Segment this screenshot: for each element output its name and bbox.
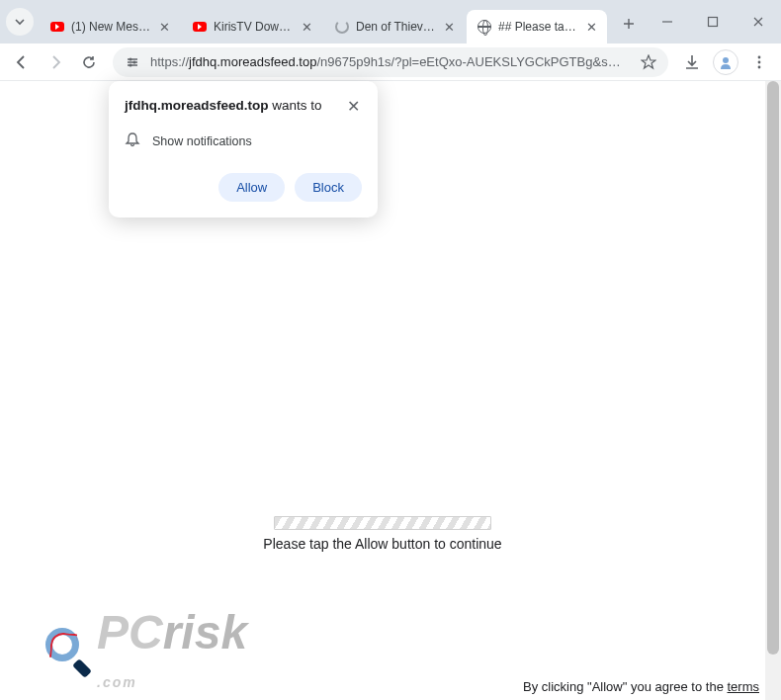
loading-text: Please tap the Allow button to continue — [0, 536, 765, 552]
tab-title: ## Please tap the — [498, 20, 579, 34]
tab-3-active[interactable]: ## Please tap the ✕ — [467, 10, 607, 44]
close-icon[interactable]: ✕ — [344, 97, 362, 115]
close-icon[interactable]: ✕ — [583, 19, 599, 35]
site-settings-icon[interactable] — [123, 52, 142, 72]
svg-rect-0 — [709, 18, 718, 27]
download-button[interactable] — [678, 48, 706, 76]
profile-button[interactable] — [712, 48, 739, 76]
loading-spinner-icon — [334, 19, 350, 35]
notification-wants-to: wants to — [269, 98, 322, 113]
bookmark-star-icon[interactable] — [639, 52, 658, 72]
bell-icon — [125, 131, 140, 151]
svg-point-2 — [133, 60, 136, 63]
url-text: https://jfdhq.moreadsfeed.top/n9675p9h1s… — [150, 54, 631, 69]
scrollbar[interactable] — [765, 81, 781, 700]
watermark-text: PCrisk .com — [97, 614, 247, 690]
tab-title: KirisTV Download — [214, 20, 295, 34]
pcrisk-watermark: PCrisk .com — [40, 614, 247, 690]
window-controls — [645, 0, 781, 44]
back-button[interactable] — [8, 48, 36, 76]
terms-prefix: By clicking "Allow" you agree to the — [523, 679, 728, 694]
url-host: jfdhq.moreadsfeed.top — [189, 54, 316, 69]
tab-title: (1) New Message — [71, 20, 152, 34]
svg-point-7 — [758, 65, 761, 68]
tab-1[interactable]: KirisTV Download ✕ — [182, 10, 322, 44]
url-path: /n9675p9h1s/?pl=eEtQxo-AUEKSLYGCkPGTBg&s… — [316, 54, 631, 69]
svg-point-4 — [723, 57, 729, 63]
tab-0[interactable]: (1) New Message ✕ — [40, 10, 180, 44]
tab-2[interactable]: Den of Thieves 2 ✕ — [324, 10, 465, 44]
forward-button[interactable] — [42, 48, 69, 76]
youtube-icon — [192, 19, 208, 35]
reload-button[interactable] — [75, 48, 103, 76]
search-tabs-button[interactable] — [6, 8, 34, 36]
svg-point-5 — [758, 55, 761, 58]
close-icon[interactable]: ✕ — [156, 19, 172, 35]
notification-body: Show notifications — [152, 134, 252, 148]
terms-link[interactable]: terms — [728, 679, 760, 694]
page-center-message: Please tap the Allow button to continue — [0, 516, 765, 552]
youtube-icon — [49, 19, 65, 35]
loading-bar-icon — [274, 516, 491, 530]
close-window-button[interactable] — [736, 0, 781, 44]
tab-title: Den of Thieves 2 — [356, 20, 437, 34]
titlebar: (1) New Message ✕ KirisTV Download ✕ Den… — [0, 0, 781, 44]
scrollbar-thumb[interactable] — [767, 81, 779, 655]
new-tab-button[interactable] — [615, 10, 643, 38]
svg-point-3 — [130, 63, 132, 66]
url-scheme: https:// — [150, 54, 189, 69]
notification-site: jfdhq.moreadsfeed.top — [125, 98, 269, 113]
close-icon[interactable]: ✕ — [441, 19, 457, 35]
block-button[interactable]: Block — [295, 173, 362, 202]
svg-point-6 — [758, 60, 761, 63]
minimize-button[interactable] — [645, 0, 690, 44]
toolbar: https://jfdhq.moreadsfeed.top/n9675p9h1s… — [0, 44, 781, 81]
maximize-button[interactable] — [690, 0, 736, 44]
terms-text: By clicking "Allow" you agree to the ter… — [523, 679, 759, 694]
close-icon[interactable]: ✕ — [299, 19, 314, 35]
svg-point-1 — [130, 57, 132, 60]
allow-button[interactable]: Allow — [218, 173, 285, 202]
notification-permission-dialog: jfdhq.moreadsfeed.top wants to ✕ Show no… — [109, 81, 378, 218]
address-bar[interactable]: https://jfdhq.moreadsfeed.top/n9675p9h1s… — [113, 47, 668, 77]
notification-title: jfdhq.moreadsfeed.top wants to — [125, 97, 336, 116]
globe-icon — [477, 19, 492, 35]
magnifier-icon — [40, 626, 93, 679]
menu-button[interactable] — [745, 48, 773, 76]
